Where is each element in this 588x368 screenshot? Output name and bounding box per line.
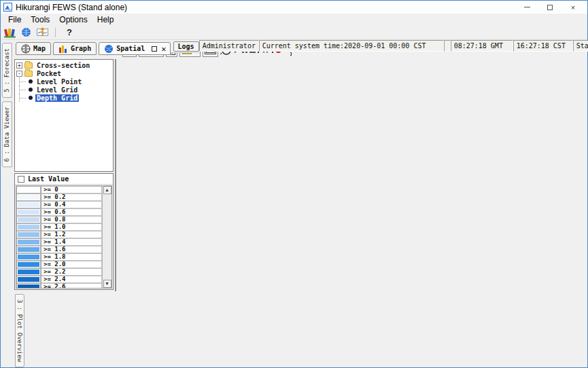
expand-icon[interactable]: + — [16, 62, 22, 69]
timeline-data-bar — [290, 52, 292, 56]
collapse-icon[interactable]: - — [16, 71, 22, 77]
legend-entry-label: >= 1.0 — [41, 223, 102, 231]
legend-entry-label: >= 1.6 — [41, 246, 102, 253]
left-panel: + Cross-section - Pocket Level Point — [13, 59, 115, 291]
help-button[interactable]: ? — [63, 27, 76, 37]
legend-entry: >= 2.2 — [16, 268, 111, 276]
app-window: Hikurangi FEWS (Stand alone) × FileTools… — [0, 0, 588, 368]
folder-icon — [24, 71, 33, 77]
menu-item[interactable]: Help — [92, 15, 119, 24]
status-gmt-time: 08:27:18 GMT — [451, 40, 513, 52]
legend-entry-label: >= 1.2 — [41, 231, 102, 238]
legend-color-swatch — [16, 208, 41, 216]
legend-entry: >= 0.2 — [16, 194, 111, 201]
legend-entry-label: >= 2.0 — [41, 261, 102, 268]
map-view[interactable]: API Key Required API Key Required Hikura… — [115, 59, 116, 291]
legend-entry: >= 2.0 — [16, 261, 111, 268]
spatial-display-icon[interactable] — [20, 27, 32, 38]
scroll-up-icon[interactable]: ▲ — [103, 186, 111, 194]
explorer-icon[interactable] — [3, 27, 16, 38]
status-mode: Stand alone — [573, 40, 588, 52]
minimize-button[interactable] — [515, 1, 538, 13]
folder-icon — [24, 62, 33, 69]
legend-entry: >= 2.6 — [16, 283, 111, 289]
panel-tab-vertical[interactable]: 5 : Forecast — [2, 43, 12, 98]
node-bullet-icon — [29, 79, 33, 84]
tree-item-cross-section[interactable]: + Cross-section — [16, 61, 113, 69]
bottom-tab-bar: Map Graph Spatial ✕ — [13, 40, 171, 55]
legend-entry-label: >= 0 — [41, 186, 102, 194]
legend-color-swatch — [16, 268, 41, 276]
legend-entry: >= 0.6 — [16, 208, 111, 216]
legend-color-swatch — [16, 283, 41, 289]
wireframe-globe-icon — [21, 44, 31, 54]
globe-icon — [104, 44, 114, 54]
node-bullet-icon — [29, 96, 33, 100]
legend-entry-label: >= 2.4 — [41, 276, 102, 283]
scroll-down-icon[interactable]: ▼ — [103, 280, 111, 288]
tab-spatial[interactable]: Spatial ✕ — [99, 42, 170, 55]
legend-entry: >= 1.2 — [16, 231, 111, 238]
legend-entry-label: >= 1.4 — [41, 238, 102, 246]
menu-item[interactable]: Tools — [26, 15, 54, 24]
legend-color-swatch — [16, 186, 41, 194]
legend-entry-label: >= 1.8 — [41, 253, 102, 261]
tab-close-icon[interactable]: ✕ — [161, 44, 166, 54]
legend-entry: >= 1.8 — [16, 253, 111, 261]
legend-entry: >= 0 — [16, 186, 111, 194]
status-local-time: 16:27:18 CST — [513, 40, 573, 52]
menu-item[interactable]: File — [3, 15, 26, 24]
legend-color-swatch — [16, 216, 41, 223]
close-button[interactable]: × — [561, 1, 585, 13]
tab-maximize-icon[interactable] — [152, 46, 157, 52]
legend-entry-label: >= 0.2 — [41, 194, 102, 201]
legend-color-swatch — [16, 223, 41, 231]
left-tab-strip: 5 : Forecast6 : Data Viewer — [1, 40, 13, 367]
tab-graph[interactable]: Graph — [53, 42, 97, 55]
legend-color-swatch — [16, 194, 41, 201]
menu-item[interactable]: Options — [54, 15, 92, 24]
legend-color-swatch — [16, 261, 41, 268]
tree-item-pocket[interactable]: - Pocket — [16, 69, 113, 77]
legend-entry-label: >= 2.2 — [41, 268, 102, 276]
legend-color-swatch — [16, 231, 41, 238]
legend-panel: Last Value >= 0 >= 0.2 — [14, 173, 114, 290]
tree-item-depth-grid[interactable]: Depth Grid — [16, 94, 113, 102]
node-bullet-icon — [29, 88, 33, 92]
primary-toolbar: ? — [1, 25, 587, 40]
legend-color-list: >= 0 >= 0.2 >= 0.4 >= 0.6 — [16, 185, 112, 289]
legend-color-swatch — [16, 246, 41, 253]
legend-entry: >= 1.0 — [16, 223, 111, 231]
last-value-label: Last Value — [28, 175, 69, 183]
panel-tab-vertical[interactable]: 6 : Data Viewer — [2, 101, 12, 167]
right-tab-strip: 3 : Plot Overview — [13, 291, 27, 367]
legend-entry: >= 0.8 — [16, 216, 111, 223]
panel-tab-plot-overview[interactable]: 3 : Plot Overview — [15, 294, 24, 367]
legend-entry: >= 0.4 — [16, 201, 111, 208]
legend-entry-label: >= 0.8 — [41, 216, 102, 223]
legend-scrollbar[interactable]: ▲ ▼ — [102, 186, 111, 288]
legend-color-swatch — [16, 276, 41, 283]
legend-color-swatch — [16, 253, 41, 261]
status-bar: Administrator Current system time:2020-0… — [199, 40, 588, 52]
status-system-time: Current system time:2020-09-01 00:00 CST — [259, 40, 444, 52]
legend-entry: >= 2.4 — [16, 276, 111, 283]
legend-entry: >= 1.6 — [16, 246, 111, 253]
tree-item-level-grid[interactable]: Level Grid — [16, 86, 113, 94]
tab-map[interactable]: Map — [16, 42, 51, 55]
legend-entry-label: >= 0.6 — [41, 208, 102, 216]
layer-tree: + Cross-section - Pocket Level Point — [14, 59, 114, 172]
profile-display-icon[interactable] — [36, 27, 48, 38]
legend-entry: >= 1.4 — [16, 238, 111, 246]
legend-entry-label: >= 0.4 — [41, 201, 102, 208]
app-logo-icon — [3, 3, 12, 12]
logs-button[interactable]: Logs — [173, 41, 199, 52]
menu-bar: FileToolsOptionsHelp — [1, 14, 587, 25]
window-title: Hikurangi FEWS (Stand alone) — [16, 3, 127, 12]
status-user: Administrator — [199, 40, 259, 52]
logs-row: Logs — [171, 40, 199, 53]
status-spacer — [444, 40, 451, 52]
last-value-checkbox[interactable] — [18, 176, 24, 183]
maximize-button[interactable] — [538, 1, 561, 13]
tree-item-level-point[interactable]: Level Point — [16, 77, 113, 86]
